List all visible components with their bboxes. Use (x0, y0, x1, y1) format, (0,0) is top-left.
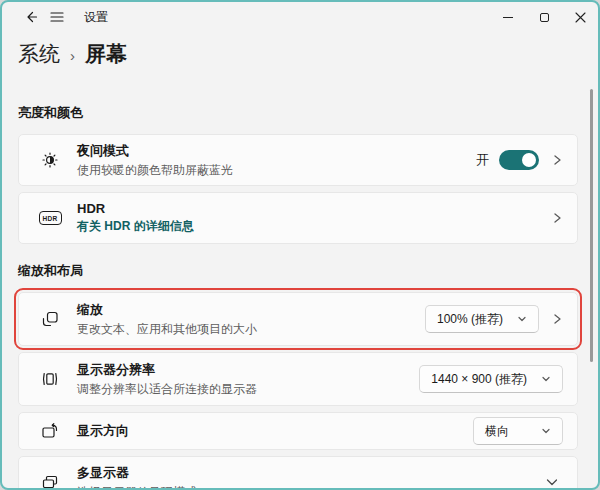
close-icon (575, 12, 586, 23)
chevron-down-icon (541, 374, 551, 384)
resolution-subtitle: 调整分辨率以适合所连接的显示器 (77, 381, 257, 398)
breadcrumb-system[interactable]: 系统 (18, 40, 60, 68)
card-hdr[interactable]: HDR HDR 有关 HDR 的详细信息 (18, 192, 578, 244)
card-resolution[interactable]: 显示器分辨率 调整分辨率以适合所连接的显示器 1440 × 900 (推荐) (18, 352, 578, 406)
night-light-title: 夜间模式 (77, 142, 233, 160)
chevron-right-icon (551, 154, 563, 166)
back-arrow-icon (24, 10, 38, 24)
section-scale-layout: 缩放和布局 (18, 262, 578, 280)
maximize-icon (540, 13, 549, 22)
orientation-dropdown[interactable]: 横向 (473, 417, 563, 445)
night-light-toggle-state-label: 开 (476, 151, 489, 169)
night-light-subtitle: 使用较暖的颜色帮助屏蔽蓝光 (77, 162, 233, 179)
close-button[interactable] (562, 2, 598, 32)
scale-dropdown-value: 100% (推荐) (437, 311, 503, 328)
section-brightness-color: 亮度和颜色 (18, 104, 578, 122)
chevron-down-icon (541, 426, 551, 436)
settings-content: 亮度和颜色 夜间模式 使用较暖的颜色帮助屏蔽蓝光 开 (2, 104, 598, 490)
chevron-right-icon (551, 313, 563, 325)
resolution-title: 显示器分辨率 (77, 361, 257, 379)
titlebar: 设置 (2, 2, 598, 32)
settings-window: 设置 系统 › 屏幕 亮度和颜色 (0, 0, 600, 490)
hdr-icon: HDR (39, 211, 61, 225)
card-orientation[interactable]: 显示方向 横向 (18, 412, 578, 450)
hamburger-icon (50, 11, 64, 23)
resolution-dropdown[interactable]: 1440 × 900 (推荐) (419, 365, 563, 393)
minimize-icon (503, 17, 513, 18)
hdr-info-link[interactable]: 有关 HDR 的详细信息 (77, 218, 194, 235)
scale-icon (39, 309, 61, 329)
breadcrumb-separator: › (70, 45, 75, 64)
multi-display-icon (39, 472, 61, 490)
multi-display-subtitle: 选择显示器的呈现模式 (77, 484, 197, 490)
scrollbar[interactable] (590, 89, 593, 362)
page-title: 屏幕 (85, 40, 127, 68)
maximize-button[interactable] (526, 2, 562, 32)
app-title: 设置 (84, 9, 108, 26)
night-light-toggle[interactable] (499, 150, 539, 170)
orientation-dropdown-value: 横向 (485, 423, 509, 440)
orientation-title: 显示方向 (77, 422, 129, 440)
minimize-button[interactable] (490, 2, 526, 32)
scale-title: 缩放 (77, 301, 257, 319)
toggle-knob (522, 153, 536, 167)
hdr-title: HDR (77, 201, 194, 216)
chevron-down-icon[interactable] (545, 475, 559, 489)
card-night-light[interactable]: 夜间模式 使用较暖的颜色帮助屏蔽蓝光 开 (18, 134, 578, 186)
scale-subtitle: 更改文本、应用和其他项目的大小 (77, 321, 257, 338)
back-button[interactable] (18, 4, 44, 30)
card-scale[interactable]: 缩放 更改文本、应用和其他项目的大小 100% (推荐) (18, 292, 578, 346)
chevron-right-icon (551, 212, 563, 224)
resolution-dropdown-value: 1440 × 900 (推荐) (431, 371, 527, 388)
multi-display-title: 多显示器 (77, 464, 197, 482)
chevron-down-icon (517, 314, 527, 324)
breadcrumb: 系统 › 屏幕 (2, 32, 598, 72)
card-multi-display[interactable]: 多显示器 选择显示器的呈现模式 (18, 456, 578, 490)
window-controls (490, 2, 598, 32)
orientation-icon (39, 421, 61, 441)
resolution-icon (39, 369, 61, 389)
night-light-icon (39, 150, 61, 170)
scale-dropdown[interactable]: 100% (推荐) (425, 305, 539, 333)
hamburger-menu-button[interactable] (44, 4, 70, 30)
